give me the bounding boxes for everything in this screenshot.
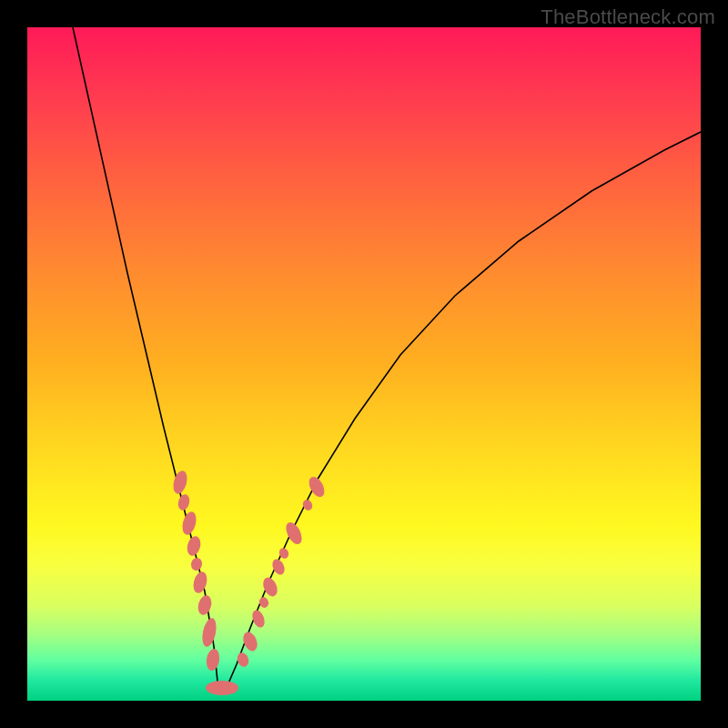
bottleneck-curve: [73, 27, 701, 690]
bead-marker: [240, 630, 259, 653]
bead-marker: [206, 681, 238, 695]
bead-marker: [250, 608, 268, 629]
bead-marker: [236, 651, 251, 668]
bead-marker: [189, 557, 203, 572]
plot-area: [27, 27, 701, 701]
curve-layer: [27, 27, 701, 701]
bead-marker: [180, 511, 198, 537]
bead-marker: [205, 648, 220, 672]
bead-marker: [185, 535, 202, 558]
bead-marker: [196, 594, 213, 617]
bead-marker: [177, 493, 191, 511]
bead-marker: [191, 571, 209, 595]
bead-marker: [171, 470, 189, 496]
bead-group: [171, 470, 328, 695]
bead-marker: [258, 596, 270, 610]
watermark-text: TheBottleneck.com: [541, 5, 715, 29]
chart-frame: TheBottleneck.com: [0, 0, 728, 728]
bead-marker: [200, 617, 218, 648]
